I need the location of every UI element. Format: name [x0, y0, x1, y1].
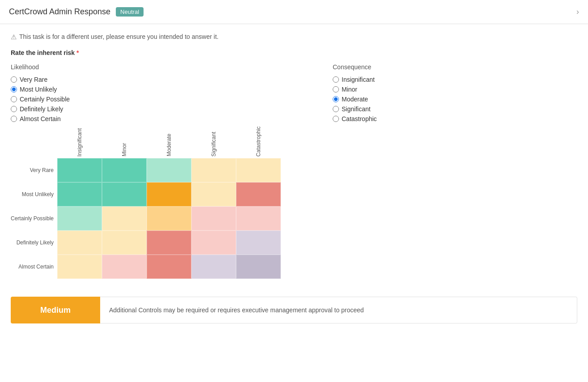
content-area: ⚠ This task is for a different user, ple…: [0, 24, 588, 332]
consequence-minor[interactable]: Minor: [333, 86, 413, 93]
cell-0-3: [191, 158, 236, 182]
col-header-significant: Significant: [191, 135, 236, 158]
result-badge: Medium: [11, 297, 100, 323]
matrix-row-labels: Very Rare Most Unlikely Certainly Possib…: [11, 135, 57, 279]
cell-4-4: [236, 255, 281, 279]
cell-1-1: [102, 182, 147, 206]
likelihood-group: Likelihood Very Rare Most Unlikely Certa…: [11, 63, 91, 122]
cell-3-0: [57, 231, 102, 255]
cell-2-0: [57, 206, 102, 231]
row-label-almost-certain: Almost Certain: [11, 255, 54, 279]
consequence-significant-label: Significant: [342, 105, 371, 113]
cell-0-2: [147, 158, 191, 182]
col-header-catastrophic: Catastrophic: [236, 135, 281, 158]
consequence-moderate-label: Moderate: [342, 96, 368, 103]
warning-text: This task is for a different user, pleas…: [19, 33, 219, 40]
likelihood-most-unlikely[interactable]: Most Unlikely: [11, 86, 91, 93]
matrix-wrapper: Insignificant Minor Moderate Significant…: [57, 135, 281, 279]
cell-1-0: [57, 182, 102, 206]
row-label-very-rare: Very Rare: [11, 158, 54, 182]
warning-icon: ⚠: [11, 33, 17, 41]
row-label-most-unlikely: Most Unlikely: [11, 182, 54, 206]
section-title: Rate the inherent risk *: [11, 49, 577, 56]
neutral-badge: Neutral: [116, 7, 144, 17]
cell-2-2: [147, 206, 191, 231]
cell-4-3: [191, 255, 236, 279]
likelihood-almost-certain[interactable]: Almost Certain: [11, 115, 91, 122]
result-panel: Medium Additional Controls may be requir…: [11, 297, 577, 323]
consequence-moderate[interactable]: Moderate: [333, 96, 413, 103]
consequence-label: Consequence: [333, 63, 413, 71]
likelihood-very-rare[interactable]: Very Rare: [11, 76, 91, 83]
consequence-minor-label: Minor: [342, 86, 357, 93]
likelihood-certainly-possible[interactable]: Certainly Possible: [11, 96, 91, 103]
cell-1-3: [191, 182, 236, 206]
likelihood-most-unlikely-label: Most Unlikely: [20, 86, 57, 93]
likelihood-almost-certain-label: Almost Certain: [20, 115, 61, 122]
required-indicator: *: [76, 49, 79, 56]
cell-4-0: [57, 255, 102, 279]
likelihood-certainly-possible-label: Certainly Possible: [20, 96, 70, 103]
warning-banner: ⚠ This task is for a different user, ple…: [11, 33, 577, 41]
cell-0-1: [102, 158, 147, 182]
consequence-insignificant-label: Insignificant: [342, 76, 375, 83]
cell-2-4: [236, 206, 281, 231]
consequence-catastrophic-label: Catastrophic: [342, 115, 377, 122]
likelihood-definitely-likely-label: Definitely Likely: [20, 105, 63, 113]
col-header-minor: Minor: [102, 135, 147, 158]
row-label-definitely-likely: Definitely Likely: [11, 231, 54, 255]
matrix-grid: [57, 158, 281, 279]
cell-1-4: [236, 182, 281, 206]
cell-4-2: [147, 255, 191, 279]
cell-2-1: [102, 206, 147, 231]
col-header-insignificant: Insignificant: [57, 135, 102, 158]
likelihood-definitely-likely[interactable]: Definitely Likely: [11, 105, 91, 113]
risk-columns: Likelihood Very Rare Most Unlikely Certa…: [11, 63, 577, 122]
cell-3-1: [102, 231, 147, 255]
col-header-moderate: Moderate: [147, 135, 191, 158]
likelihood-label: Likelihood: [11, 63, 91, 71]
cell-0-0: [57, 158, 102, 182]
cell-4-1: [102, 255, 147, 279]
risk-matrix: Very Rare Most Unlikely Certainly Possib…: [11, 135, 577, 279]
consequence-insignificant[interactable]: Insignificant: [333, 76, 413, 83]
page-title: CertCrowd Admin Response: [9, 7, 110, 17]
cell-0-4: [236, 158, 281, 182]
consequence-significant[interactable]: Significant: [333, 105, 413, 113]
likelihood-very-rare-label: Very Rare: [20, 76, 47, 83]
consequence-group: Consequence Insignificant Minor Moderate…: [333, 63, 413, 122]
row-label-certainly-possible: Certainly Possible: [11, 206, 54, 231]
cell-3-4: [236, 231, 281, 255]
cell-1-2: [147, 182, 191, 206]
result-description: Additional Controls may be required or r…: [100, 297, 577, 323]
cell-3-3: [191, 231, 236, 255]
chevron-down-icon[interactable]: ›: [576, 7, 579, 17]
consequence-catastrophic[interactable]: Catastrophic: [333, 115, 413, 122]
matrix-col-headers: Insignificant Minor Moderate Significant…: [57, 135, 281, 158]
cell-2-3: [191, 206, 236, 231]
page-header: CertCrowd Admin Response Neutral ›: [0, 0, 588, 24]
cell-3-2: [147, 231, 191, 255]
